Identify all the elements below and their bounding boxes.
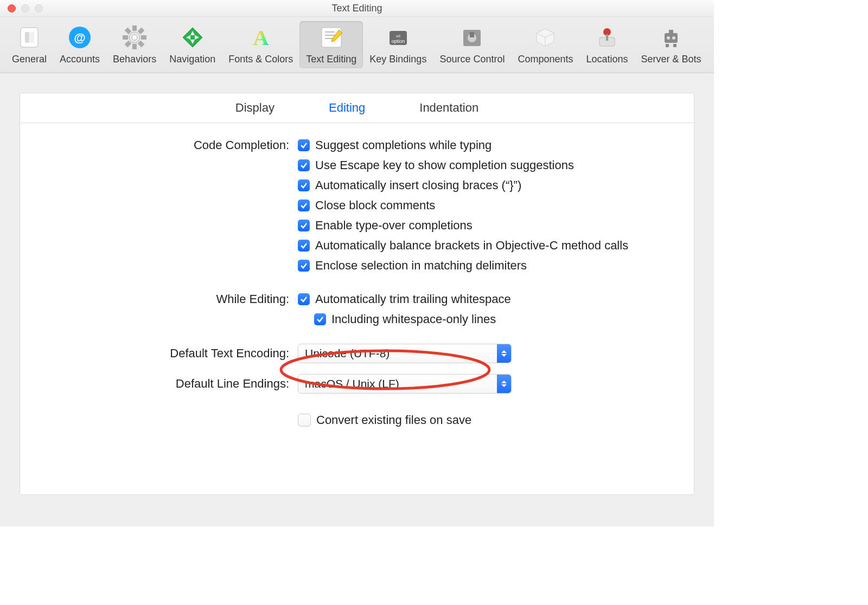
toolbar-tab-source-control[interactable]: Source Control (433, 21, 511, 68)
window-controls (8, 4, 43, 12)
text-editing-icon (317, 23, 346, 52)
toolbar-label: Locations (586, 54, 628, 65)
toolbar-tab-key-bindings[interactable]: alt option Key Bindings (363, 21, 433, 68)
checkbox-convert-existing[interactable] (298, 414, 311, 427)
toolbar-tab-components[interactable]: Components (511, 21, 579, 68)
checkbox-whitespace-only-lines[interactable] (314, 313, 326, 325)
checkbox-suggest-completions[interactable] (298, 139, 310, 151)
svg-point-14 (132, 35, 137, 40)
svg-rect-11 (126, 42, 130, 46)
toolbar-label: Key Bindings (369, 54, 426, 65)
svg-rect-8 (124, 36, 127, 38)
checkbox-label: Including whitespace-only lines (331, 312, 496, 326)
general-icon (15, 23, 43, 52)
svg-rect-42 (673, 44, 676, 47)
toolbar-label: Accounts (60, 54, 100, 65)
checkbox-label: Automatically insert closing braces (“}”… (315, 178, 521, 192)
source-control-icon (458, 23, 486, 52)
content-area: Display Editing Indentation Code Complet… (0, 73, 714, 526)
toolbar-tab-navigation[interactable]: Navigation (163, 21, 222, 68)
svg-rect-10 (139, 29, 143, 33)
svg-rect-1 (25, 32, 29, 43)
select-value: Unicode (UTF-8) (305, 347, 390, 360)
checkbox-label: Close block comments (315, 198, 435, 213)
svg-rect-40 (669, 30, 673, 33)
svg-rect-41 (666, 44, 669, 47)
toolbar-label: Navigation (169, 54, 215, 65)
svg-rect-36 (606, 34, 608, 41)
svg-text:A: A (253, 25, 269, 50)
svg-rect-31 (470, 32, 474, 37)
checkbox-escape-completion[interactable] (298, 159, 310, 171)
toolbar-label: Text Editing (306, 54, 356, 65)
server-bots-icon (657, 23, 685, 52)
zoom-window-button[interactable] (35, 4, 43, 12)
section-label-text-encoding: Default Text Encoding: (42, 346, 298, 361)
checkbox-label: Use Escape key to show completion sugges… (315, 158, 574, 172)
svg-rect-7 (133, 45, 136, 48)
checkbox-label: Suggest completions while typing (315, 138, 492, 152)
svg-rect-9 (142, 36, 145, 38)
toolbar-tab-text-editing[interactable]: Text Editing (299, 21, 363, 68)
fonts-colors-icon: A (247, 23, 275, 52)
toolbar-tab-behaviors[interactable]: Behaviors (106, 21, 163, 68)
checkbox-type-over-completions[interactable] (298, 220, 310, 231)
components-icon (531, 23, 559, 52)
checkbox-label: Automatically trim trailing whitespace (315, 292, 511, 306)
checkbox-balance-brackets-objc[interactable] (298, 240, 310, 252)
section-label-while-editing: While Editing: (42, 292, 298, 306)
select-value: macOS / Unix (LF) (305, 377, 399, 390)
checkbox-auto-close-braces[interactable] (298, 179, 310, 191)
checkbox-label: Enable type-over completions (315, 218, 473, 233)
checkbox-label: Enclose selection in matching delimiters (315, 259, 527, 273)
svg-rect-37 (665, 33, 678, 43)
select-line-endings[interactable]: macOS / Unix (LF) (298, 374, 512, 394)
form-area: Code Completion: Suggest completions whi… (20, 123, 694, 444)
locations-icon (593, 23, 621, 52)
dropdown-stepper-icon (497, 375, 511, 393)
toolbar-label: Source Control (439, 54, 505, 65)
checkbox-close-block-comments[interactable] (298, 199, 310, 211)
checkbox-label: Convert existing files on save (316, 413, 471, 427)
svg-point-39 (672, 36, 675, 40)
toolbar-label: Server & Bots (641, 54, 701, 65)
checkbox-trim-whitespace[interactable] (298, 293, 310, 305)
svg-text:option: option (392, 38, 405, 44)
svg-rect-2 (30, 32, 34, 43)
preferences-window: Text Editing General @ Accounts (0, 0, 714, 526)
section-label-code-completion: Code Completion: (42, 138, 298, 152)
subtab-editing[interactable]: Editing (329, 101, 365, 115)
close-window-button[interactable] (8, 4, 16, 12)
navigation-icon (178, 23, 207, 52)
svg-rect-6 (133, 27, 136, 30)
section-label-line-endings: Default Line Endings: (42, 377, 298, 391)
titlebar: Text Editing (0, 0, 714, 17)
svg-point-38 (667, 36, 670, 40)
toolbar-label: Fonts & Colors (228, 54, 293, 65)
checkbox-enclose-delimiters[interactable] (298, 260, 310, 272)
behaviors-icon (120, 23, 149, 52)
toolbar-tab-fonts-colors[interactable]: A Fonts & Colors (222, 21, 299, 68)
accounts-icon: @ (66, 23, 94, 52)
subtab-bar: Display Editing Indentation (20, 93, 694, 123)
svg-rect-12 (126, 29, 130, 33)
toolbar-label: Behaviors (113, 54, 156, 65)
toolbar-tab-locations[interactable]: Locations (580, 21, 635, 68)
checkbox-label: Automatically balance brackets in Object… (315, 239, 628, 253)
svg-marker-15 (183, 28, 202, 47)
minimize-window-button[interactable] (21, 4, 29, 12)
settings-panel: Display Editing Indentation Code Complet… (20, 93, 694, 495)
toolbar-tab-server-bots[interactable]: Server & Bots (635, 21, 708, 68)
select-text-encoding[interactable]: Unicode (UTF-8) (298, 344, 512, 363)
toolbar-label: General (12, 54, 47, 65)
svg-text:@: @ (74, 31, 85, 44)
svg-text:alt: alt (396, 34, 401, 38)
subtab-indentation[interactable]: Indentation (419, 101, 478, 115)
toolbar-label: Components (518, 54, 573, 65)
toolbar-tab-accounts[interactable]: @ Accounts (53, 21, 106, 68)
key-bindings-icon: alt option (384, 23, 412, 52)
toolbar-tab-general[interactable]: General (5, 21, 53, 68)
window-title: Text Editing (331, 3, 382, 14)
dropdown-stepper-icon (497, 344, 511, 363)
subtab-display[interactable]: Display (235, 101, 275, 115)
